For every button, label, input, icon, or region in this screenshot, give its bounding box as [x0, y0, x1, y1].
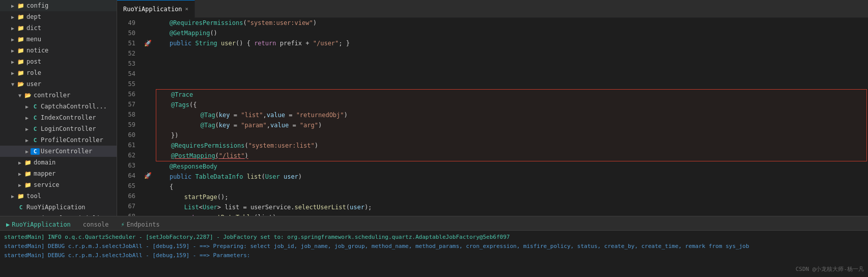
gutter-52 [143, 48, 153, 59]
gutter-60 [143, 130, 153, 140]
arrow-icon: ▶ [16, 182, 23, 188]
gutter-63 [143, 160, 153, 171]
arrow-icon: ▶ [23, 115, 31, 121]
sidebar-item-post[interactable]: ▶ 📁 post [0, 56, 117, 67]
arrow-icon: ▶ [9, 25, 16, 31]
sidebar-item-ruoyiapp[interactable]: ▶ C RuoYiApplication [0, 202, 117, 213]
code-line-53 [155, 59, 868, 69]
sidebar-item-label: ProfileController [41, 136, 103, 144]
sidebar-item-role[interactable]: ▶ 📁 role [0, 67, 117, 78]
folder-icon: 📁 [16, 59, 25, 65]
gutter-50 [143, 28, 153, 38]
editor-area: RuoYiApplication × 49 50 51 52 53 54 55 … [117, 0, 868, 216]
code-lines: @RequiresPermissions("system:user:view")… [153, 18, 868, 216]
sidebar-item-captcha[interactable]: ▶ C CaptchaControll... [0, 101, 117, 112]
code-line-61: @RequiresPermissions("system:user:list") [156, 141, 866, 151]
line-num-67: 67 [117, 201, 138, 211]
sidebar-item-menu[interactable]: ▶ 📁 menu [0, 34, 117, 45]
line-num-58: 58 [117, 109, 138, 120]
sidebar-item-label: menu [26, 36, 41, 43]
endpoints-icon: ⚡ [121, 221, 124, 228]
sidebar-item-login[interactable]: ▶ C LoginController [0, 123, 117, 134]
sidebar-item-label: IndexController [41, 114, 96, 121]
bottom-tab-endpoints[interactable]: ⚡ Endpoints [115, 219, 165, 230]
gutter-49 [143, 18, 153, 28]
line-num-64: 64 [117, 171, 138, 181]
gutter-62 [143, 150, 153, 160]
line-num-68: 68 [117, 211, 138, 216]
sidebar-item-domain[interactable]: ▶ 📁 domain [0, 157, 117, 168]
sidebar-item-label: post [26, 58, 41, 65]
code-editor[interactable]: 49 50 51 52 53 54 55 56 57 58 59 60 61 6… [117, 18, 868, 216]
bottom-tab-console[interactable]: console [77, 219, 115, 230]
gutter-66 [143, 191, 153, 201]
java-file-icon: C [31, 115, 40, 121]
arrow-icon: ▶ [16, 171, 23, 177]
java-file-icon: C [16, 204, 25, 211]
log-line-1: startedMain] INFO o.q.c.QuartzScheduler … [4, 233, 864, 242]
log-line-2: startedMain] DEBUG c.r.p.m.J.selectJobAl… [4, 242, 864, 251]
code-line-51: public String user() { return prefix + "… [155, 38, 868, 48]
tab-ruoyiapplication[interactable]: RuoYiApplication × [117, 0, 195, 18]
folder-icon: 📁 [23, 171, 33, 177]
code-line-57: @Tags({ [156, 100, 866, 110]
java-file-icon: C [31, 126, 40, 132]
sidebar-item-config[interactable]: ▶ 📁 config [0, 0, 117, 11]
editor-tabs: RuoYiApplication × [117, 0, 868, 18]
line-num-50: 50 [117, 28, 138, 38]
line-num-52: 52 [117, 48, 138, 59]
gutter-57 [143, 99, 153, 109]
editor-gutter: 🚀 🚀 [143, 18, 153, 216]
gutter-61 [143, 140, 153, 150]
sidebar-item-label: UserController [41, 148, 92, 155]
sidebar-item-user[interactable]: ▼ 📂 user [0, 78, 117, 90]
arrow-icon: ▶ [9, 3, 16, 9]
watermark: CSDN @小龙核大师-杨一凡 [796, 265, 864, 273]
sidebar-item-dict[interactable]: ▶ 📁 dict [0, 22, 117, 34]
code-line-54 [155, 69, 868, 79]
line-num-51: 51 [117, 38, 138, 48]
sidebar-item-index[interactable]: ▶ C IndexController [0, 112, 117, 123]
line-num-59: 59 [117, 120, 138, 130]
code-line-58: @Tag(key = "list",value = "returnedObj") [156, 110, 866, 120]
folder-icon: 📁 [16, 70, 25, 76]
code-line-55 [155, 79, 868, 89]
code-line-65: { [155, 182, 868, 192]
endpoints-label: Endpoints [127, 221, 160, 228]
code-line-49: @RequiresPermissions("system:user:view") [155, 18, 868, 28]
sidebar-item-label: role [26, 69, 41, 76]
gutter-59 [143, 120, 153, 130]
sidebar-item-label: controller [34, 92, 70, 99]
arrow-icon: ▶ [9, 59, 16, 65]
sidebar-item-mapper[interactable]: ▶ 📁 mapper [0, 168, 117, 179]
line-num-55: 55 [117, 79, 138, 89]
arrow-icon: ▶ [9, 193, 16, 199]
sidebar-item-dept[interactable]: ▶ 📁 dept [0, 11, 117, 22]
sidebar-item-label: dict [26, 24, 41, 32]
arrow-icon: ▶ [9, 37, 16, 42]
log-line-3: startedMain] DEBUG c.r.p.m.J.selectJobAl… [4, 251, 864, 260]
folder-icon: 📁 [16, 25, 25, 32]
line-num-60: 60 [117, 130, 138, 140]
sidebar-item-label: LoginController [41, 125, 96, 132]
sidebar-item-service[interactable]: ▶ 📁 service [0, 179, 117, 190]
sidebar-item-controller[interactable]: ▼ 📂 controller [0, 90, 117, 101]
folder-icon: 📁 [16, 36, 25, 43]
code-line-67: List<User> list = userService.selectUser… [155, 202, 868, 212]
run-tab[interactable]: ▶ RuoYiApplication [0, 219, 77, 230]
arrow-icon: ▶ [9, 48, 16, 53]
folder-icon: 📁 [16, 193, 25, 200]
rocket-icon: 🚀 [144, 40, 152, 47]
code-line-56: @Trace [156, 90, 866, 100]
code-line-62: @PostMapping("/list") [156, 151, 866, 161]
line-num-54: 54 [117, 69, 138, 79]
sidebar-item-profile[interactable]: ▶ C ProfileController [0, 134, 117, 146]
sidebar-item-usercontroller[interactable]: ▶ C UserController [0, 146, 117, 157]
arrow-icon: ▶ [9, 14, 16, 20]
code-line-68: return getDataTable(list); [155, 212, 868, 216]
folder-open-icon: 📂 [16, 81, 25, 88]
sidebar-item-tool[interactable]: ▶ 📁 tool [0, 190, 117, 202]
tab-close-button[interactable]: × [185, 6, 189, 12]
sidebar-item-notice[interactable]: ▶ 📁 notice [0, 45, 117, 56]
java-file-icon: C [31, 103, 40, 110]
